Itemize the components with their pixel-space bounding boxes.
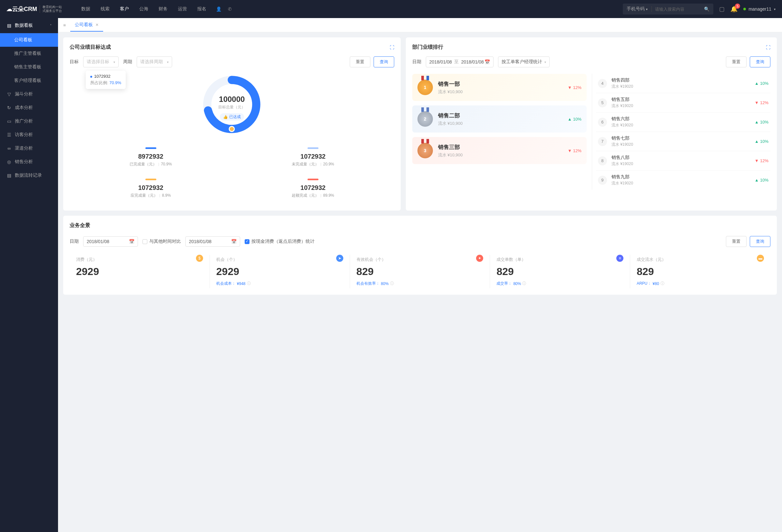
donut-label: 目标总量（元） [218,104,245,110]
target-select[interactable]: 请选择目标▾ [83,57,119,67]
expand-icon[interactable]: ⛶ [390,45,394,50]
rank-number: 4 [598,79,607,88]
card-title: 业务全景 [70,222,90,229]
help-icon[interactable]: ⓘ [390,281,394,286]
period-select[interactable]: 请选择周期▾ [137,57,172,67]
dot-icon [90,76,92,78]
expand-icon[interactable]: ⛶ [766,45,771,50]
chevron-down-icon: ▾ [646,7,648,11]
sidebar-item[interactable]: ☰访客分析 [0,128,58,142]
mainnav-item[interactable]: 财务 [158,6,168,12]
help-icon[interactable]: ⓘ [522,281,526,286]
logo: ☁云朵CRM 教育机构一站式服务云平台 [6,5,62,13]
sidebar-item[interactable]: ↻成本分析 [0,101,58,114]
mainnav-item[interactable]: 客户 [120,6,129,12]
phone-icon[interactable]: ✆ [228,6,232,11]
search-input[interactable] [652,7,700,11]
rank-list-item: 5销售五部流水 ¥19020▼ 12% [596,93,771,112]
trend-icon: ▼ [755,100,759,105]
trend-icon: ▲ [755,178,759,182]
date-range-input[interactable]: 2018/01/08 至 2018/01/08 📅 [426,57,494,67]
close-icon[interactable]: ✕ [96,23,99,27]
thumbs-up-icon: 👍 [223,115,228,119]
compare-checkbox[interactable]: 与其他时间对比 [142,239,181,244]
mainnav-item[interactable]: 数据 [81,6,90,12]
help-icon[interactable]: ⓘ [661,281,664,286]
rank-pct: ▲ 10% [755,178,769,182]
rank-number: 8 [598,156,607,166]
rank-sub: 流水 ¥10,900 [438,89,463,95]
trend-icon: ▼ [568,148,572,153]
help-icon[interactable]: ⓘ [247,281,251,286]
date-input-2[interactable]: 2018/01/08📅 [185,236,240,247]
rank-list-item: 4销售四部流水 ¥19020▲ 10% [596,74,771,93]
chevron-down-icon: ▾ [167,60,169,64]
sidebar-item[interactable]: ▤数据流转记录 [0,169,58,182]
sidebar-group-dashboard[interactable]: ▤数据看板 ˄ [0,18,58,33]
mainnav-item[interactable]: 线索 [101,6,110,12]
sidebar-item[interactable]: ◎销售分析 [0,155,58,169]
reset-button[interactable]: 重置 [726,236,747,247]
user-menu[interactable]: manager11 ▾ [743,6,776,11]
card-department-ranking: 部门业绩排行 ⛶ 日期 2018/01/08 至 2018/01/08 📅 按工… [406,37,777,211]
rank-top-card: 1销售一部流水 ¥10,900▼12% [412,74,586,101]
sidebar-item-label: 成本分析 [15,105,33,111]
trend-icon: ▲ [755,119,759,125]
query-button[interactable]: 查询 [750,57,771,67]
query-button[interactable]: 查询 [374,57,394,67]
mainnav-item[interactable]: 报名 [197,6,206,12]
trend-icon: ▼ [568,85,572,90]
svg-point-2 [229,127,234,132]
reset-button[interactable]: 重置 [350,57,370,67]
device-icon[interactable]: ▢ [719,5,724,12]
trend-icon: ▲ [755,139,759,144]
user-icon[interactable]: 👤 [216,6,221,11]
date-input-1[interactable]: 2018/01/08📅 [83,236,138,247]
rank-pct: ▲10% [568,117,581,121]
rank-sub: 流水 ¥19020 [611,142,755,147]
mainnav-item[interactable]: 运营 [178,6,187,12]
collapse-sidebar-button[interactable]: ≡ [62,21,67,29]
rank-list-item: 8销售八部流水 ¥19020▼ 12% [596,151,771,171]
card-title: 公司业绩目标达成 [70,44,111,50]
main-area: ≡ 公司看板 ✕ 公司业绩目标达成 ⛶ 目标 请选择目标▾ 周期 请选择周期▾ [58,18,782,532]
rank-number: 9 [598,176,607,185]
rank-number: 7 [598,137,607,146]
donut-value: 100000 [218,95,245,104]
notification-icon[interactable]: 🔔5 [731,5,738,12]
card-title: 部门业绩排行 [412,44,443,50]
sidebar-sub-item[interactable]: 销售主管看板 [0,60,58,74]
sidebar-sub-item[interactable]: 公司看板 [0,33,58,47]
logo-mark: ☁云朵CRM [6,5,37,13]
search-box: 手机号码▾ 🔍 [623,4,713,14]
kpi-item: ≡成交单数（单）829成交率：80%ⓘ [490,255,630,288]
sidebar-sub-item[interactable]: 客户经理看板 [0,74,58,87]
kpi-sub: ARPU：¥80ⓘ [637,281,764,286]
rank-sub: 流水 ¥10,900 [438,152,463,158]
tab-company-dashboard[interactable]: 公司看板 ✕ [70,19,103,32]
query-button[interactable]: 查询 [750,236,771,247]
rank-pct: ▲ 10% [755,139,769,144]
search-type-select[interactable]: 手机号码▾ [623,6,652,12]
sidebar-sub-item[interactable]: 推广主管看板 [0,47,58,60]
stat-color-bar [308,147,318,149]
sidebar-item[interactable]: ∞渠道分析 [0,142,58,155]
kpi-item: ✦有效机会（个）829机会有效率：80%ⓘ [350,255,490,288]
chevron-up-icon: ˄ [50,24,51,27]
rank-sub: 流水 ¥19020 [611,103,755,109]
target-stat: 8972932已完成量（元）70.9% [70,142,232,173]
sidebar-item[interactable]: ▭推广分析 [0,114,58,128]
stat-label: 超额完成（元）89.9% [235,193,391,198]
rank-pct: ▲ 10% [755,81,769,86]
reset-button[interactable]: 重置 [726,57,747,67]
search-button[interactable]: 🔍 [700,6,713,11]
medal-icon: 2 [418,111,433,127]
checkbox-checked-icon [245,239,249,244]
mainnav-item[interactable]: 公海 [139,6,148,12]
sidebar-item[interactable]: ▽漏斗分析 [0,87,58,101]
rank-sub: 流水 ¥19020 [611,84,755,89]
cash-stat-checkbox[interactable]: 按现金消费（返点后消费）统计 [245,239,315,244]
stat-by-select[interactable]: 按工单客户经理统计▾ [498,57,549,67]
card-business-panorama: 业务全景 日期 2018/01/08📅 与其他时间对比 2018/01/08📅 … [63,216,777,295]
trend-icon: ▼ [755,158,759,163]
